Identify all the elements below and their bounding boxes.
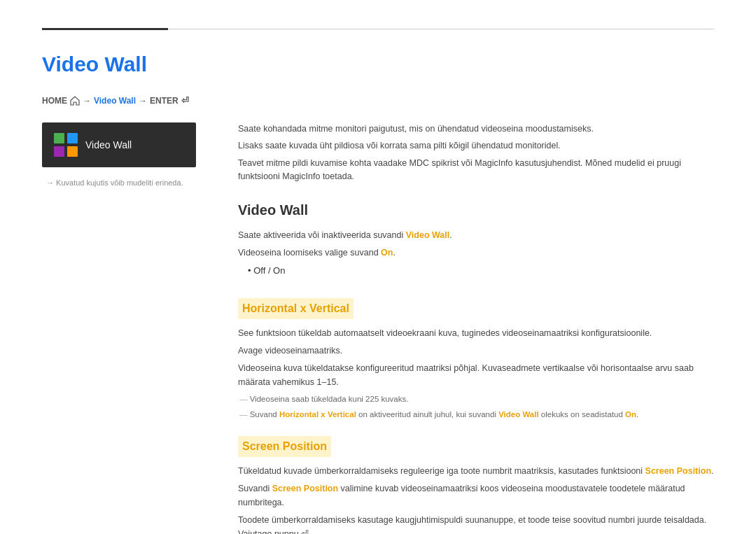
video-wall-icon [53, 132, 78, 157]
sp-line3: Toodete ümberkorraldamiseks kasutage kau… [238, 513, 714, 534]
sp-enter-icon: ⏎ [301, 528, 309, 534]
h-note2-link3: On [625, 410, 636, 419]
home-icon [70, 96, 80, 106]
right-panel: Saate kohandada mitme monitori paigutust… [238, 122, 714, 534]
page-container: Video Wall HOME → Video Wall → ENTER ⏎ V… [0, 0, 756, 534]
svg-rect-1 [67, 133, 78, 143]
page-title: Video Wall [42, 48, 714, 81]
enter-icon: ⏎ [181, 94, 189, 108]
horizontal-line2: Avage videoseinamaatriks. [238, 344, 714, 358]
sp-line1: Tükeldatud kuvade ümberkorraldamiseks re… [238, 464, 714, 478]
top-rule-container [42, 28, 714, 30]
menu-note: Kuvatud kujutis võib mudeliti erineda. [42, 177, 196, 190]
horizontal-line3: Videoseina kuva tükeldatakse konfigureer… [238, 361, 714, 389]
menu-item-video-wall[interactable]: Video Wall [42, 122, 196, 167]
breadcrumb-enter-label: ENTER [150, 94, 178, 108]
breadcrumb-arrow1: → [83, 94, 91, 108]
svg-rect-0 [54, 133, 64, 143]
breadcrumb-home: HOME [42, 94, 67, 108]
intro-line-2: Lisaks saate kuvada üht pildiosa või kor… [238, 139, 714, 153]
intro-line-1: Saate kohandada mitme monitori paigutust… [238, 122, 714, 136]
horizontal-note2: Suvand Horizontal x Vertical on aktiveer… [238, 408, 714, 421]
breadcrumb: HOME → Video Wall → ENTER ⏎ [42, 94, 714, 108]
section-heading-screen-position: Screen Position [238, 436, 331, 457]
horizontal-line1: See funktsioon tükeldab automaatselt vid… [238, 326, 714, 340]
horizontal-note1: Videoseina saab tükeldada kuni 225 kuvak… [238, 393, 714, 405]
sp-link2: Screen Position [272, 484, 338, 493]
breadcrumb-arrow2: → [139, 94, 147, 108]
h-note2-link2: Video Wall [498, 410, 539, 419]
video-wall-line2: Videoseina loomiseks valige suvand On. [238, 246, 714, 260]
video-wall-link1: Video Wall [406, 230, 450, 240]
svg-rect-2 [54, 146, 64, 157]
video-wall-bullets: Off / On [248, 264, 714, 279]
menu-item-label: Video Wall [85, 137, 132, 153]
sp-line2: Suvandi Screen Position valimine kuvab v… [238, 482, 714, 510]
h-note2-link1: Horizontal x Vertical [279, 410, 356, 419]
intro-line-3: Teavet mitme pildi kuvamise kohta vaadak… [238, 157, 714, 184]
top-rule-thin [168, 29, 714, 29]
left-panel: Video Wall Kuvatud kujutis võib mudeliti… [42, 122, 196, 534]
top-rule-thick [42, 28, 168, 30]
breadcrumb-link[interactable]: Video Wall [94, 94, 136, 108]
section-title-video-wall: Video Wall [238, 199, 714, 221]
bullet-off-on: Off / On [248, 264, 714, 279]
svg-rect-3 [67, 146, 78, 157]
sp-link1: Screen Position [645, 466, 711, 476]
video-wall-on-link: On [381, 248, 393, 258]
section-heading-horizontal: Horizontal x Vertical [238, 298, 354, 319]
main-layout: Video Wall Kuvatud kujutis võib mudeliti… [42, 122, 714, 534]
video-wall-line1: Saate aktiveerida või inaktiveerida suva… [238, 228, 714, 242]
